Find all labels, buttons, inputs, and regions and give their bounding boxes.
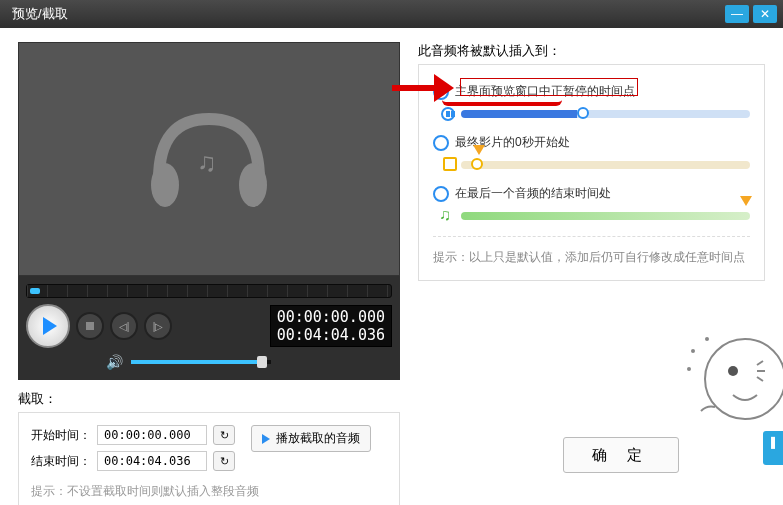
time-current: 00:00:00.000 xyxy=(277,308,385,326)
svg-point-7 xyxy=(691,349,695,353)
minimize-button[interactable]: — xyxy=(725,5,749,23)
svg-point-0 xyxy=(151,163,179,207)
cut-hint: 提示：不设置截取时间则默认插入整段音频 xyxy=(31,483,387,500)
set-start-button[interactable]: ↻ xyxy=(213,425,235,445)
option-1[interactable]: 主界面预览窗口中正暂停的时间点 xyxy=(433,83,750,118)
ok-button[interactable]: 确 定 xyxy=(563,437,679,473)
window-buttons: — ✕ xyxy=(725,5,777,23)
seek-bar[interactable] xyxy=(26,284,392,298)
insert-heading: 此音频将被默认插入到： xyxy=(418,42,765,60)
option-2[interactable]: 最终影片的0秒开始处 xyxy=(433,134,750,169)
volume-icon[interactable]: 🔊 xyxy=(106,354,123,370)
right-panel: 此音频将被默认插入到： 主界面预览窗口中正暂停的时间点 最终影片的0秒开始处 xyxy=(418,42,765,505)
play-button[interactable] xyxy=(26,304,70,348)
headphones-icon: ♫ xyxy=(139,99,279,219)
radio-icon[interactable] xyxy=(433,135,449,151)
left-panel: ♫ ◁| |▷ 00:00:00.000 00:04:04.036 🔊 xyxy=(18,42,400,505)
option-1-bar xyxy=(461,110,750,118)
svg-point-1 xyxy=(239,163,267,207)
start-time-input[interactable] xyxy=(97,425,207,445)
svg-point-8 xyxy=(705,337,709,341)
radio-icon[interactable] xyxy=(433,84,449,100)
option-3[interactable]: 在最后一个音频的结束时间处 xyxy=(433,185,750,220)
player-controls: ◁| |▷ 00:00:00.000 00:04:04.036 🔊 xyxy=(18,276,400,380)
end-label: 结束时间： xyxy=(31,453,91,470)
svg-text:♫: ♫ xyxy=(197,147,217,177)
cut-box: 开始时间： ↻ 结束时间： ↻ 播放截取的音频 xyxy=(18,412,400,505)
insert-options: 主界面预览窗口中正暂停的时间点 最终影片的0秒开始处 xyxy=(418,64,765,281)
option-3-bar xyxy=(461,212,750,220)
next-frame-button[interactable]: |▷ xyxy=(144,312,172,340)
side-tab[interactable]: ❚ xyxy=(763,431,783,465)
svg-point-9 xyxy=(687,367,691,371)
mascot-icon xyxy=(683,325,783,435)
option-3-label: 在最后一个音频的结束时间处 xyxy=(455,185,611,202)
time-display: 00:00:00.000 00:04:04.036 xyxy=(270,305,392,347)
volume-slider[interactable] xyxy=(131,360,271,364)
svg-point-6 xyxy=(728,366,738,376)
play-cut-label: 播放截取的音频 xyxy=(276,430,360,447)
audio-preview: ♫ xyxy=(18,42,400,276)
cut-heading: 截取： xyxy=(18,390,400,408)
time-total: 00:04:04.036 xyxy=(277,326,385,344)
set-end-button[interactable]: ↻ xyxy=(213,451,235,471)
radio-icon[interactable] xyxy=(433,186,449,202)
close-button[interactable]: ✕ xyxy=(753,5,777,23)
stop-button[interactable] xyxy=(76,312,104,340)
window-title: 预览/截取 xyxy=(12,5,68,23)
play-cut-button[interactable]: 播放截取的音频 xyxy=(251,425,371,452)
insert-hint: 提示：以上只是默认值，添加后仍可自行修改成任意时间点 xyxy=(433,236,750,266)
start-label: 开始时间： xyxy=(31,427,91,444)
end-time-input[interactable] xyxy=(97,451,207,471)
option-2-bar xyxy=(461,161,750,169)
play-icon xyxy=(262,434,270,444)
prev-frame-button[interactable]: ◁| xyxy=(110,312,138,340)
option-1-label: 主界面预览窗口中正暂停的时间点 xyxy=(455,83,635,100)
title-bar: 预览/截取 — ✕ xyxy=(0,0,783,28)
svg-point-5 xyxy=(705,339,783,419)
